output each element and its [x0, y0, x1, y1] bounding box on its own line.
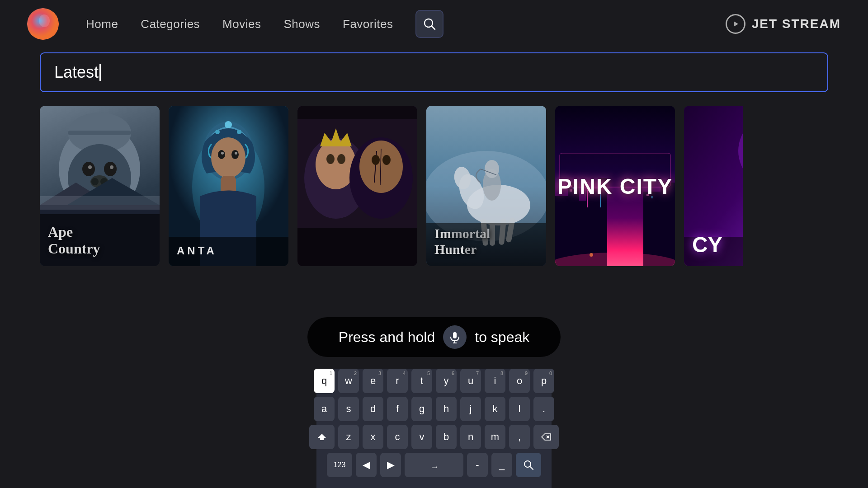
- key-shift[interactable]: [309, 425, 335, 449]
- key-m[interactable]: m: [485, 425, 505, 449]
- nav-links: Home Categories Movies Shows Favorites: [86, 10, 726, 38]
- key-p[interactable]: p0: [533, 369, 554, 393]
- key-c[interactable]: c: [387, 425, 408, 449]
- card-immortal[interactable]: ImmortalHunter: [426, 106, 546, 266]
- key-d[interactable]: d: [363, 397, 383, 421]
- svg-point-77: [635, 258, 638, 261]
- key-n[interactable]: n: [460, 425, 481, 449]
- svg-rect-19: [40, 196, 160, 210]
- svg-point-29: [231, 150, 239, 159]
- card-anta[interactable]: ANTA: [169, 106, 288, 266]
- nav-favorites[interactable]: Favorites: [343, 17, 393, 31]
- on-screen-keyboard: q1 w2 e3 r4 t5 y6 u7 i8 o9 p0 a s d f g …: [316, 369, 552, 488]
- svg-marker-4: [734, 21, 738, 27]
- svg-line-3: [432, 26, 435, 29]
- key-period[interactable]: .: [533, 397, 554, 421]
- svg-rect-46: [297, 228, 417, 266]
- svg-rect-45: [297, 106, 417, 119]
- svg-point-44: [382, 155, 391, 165]
- key-r[interactable]: r4: [387, 369, 408, 393]
- key-x[interactable]: x: [363, 425, 383, 449]
- svg-point-40: [359, 141, 403, 193]
- key-y[interactable]: y6: [436, 369, 457, 393]
- svg-point-27: [211, 137, 245, 178]
- text-cursor: [99, 64, 101, 81]
- nav-movies[interactable]: Movies: [222, 17, 261, 31]
- key-space[interactable]: ⎵: [405, 453, 463, 477]
- key-q[interactable]: q1: [314, 369, 335, 393]
- navigation: Home Categories Movies Shows Favorites J…: [0, 0, 868, 48]
- cards-row: ApeCountry: [0, 106, 868, 266]
- keyboard-row-2: a s d f g h j k l .: [322, 397, 546, 421]
- key-arrow-right[interactable]: ▶: [380, 453, 401, 477]
- app-logo[interactable]: [27, 8, 59, 40]
- svg-point-12: [110, 165, 113, 169]
- svg-point-30: [221, 152, 224, 155]
- svg-point-43: [372, 155, 380, 165]
- key-w[interactable]: w2: [338, 369, 359, 393]
- key-t[interactable]: t5: [411, 369, 432, 393]
- mic-icon[interactable]: [443, 325, 467, 349]
- keyboard-row-4: 123 ◀ ▶ ⎵ - _: [322, 453, 546, 477]
- svg-rect-61: [555, 196, 569, 266]
- svg-point-11: [88, 165, 92, 169]
- search-button[interactable]: [415, 10, 443, 38]
- key-e[interactable]: e3: [363, 369, 383, 393]
- card-title-cyber: CY: [692, 232, 722, 257]
- key-o[interactable]: o9: [509, 369, 530, 393]
- key-u[interactable]: u7: [460, 369, 481, 393]
- svg-point-26: [237, 130, 241, 134]
- key-backspace[interactable]: [533, 425, 559, 449]
- key-z[interactable]: z: [338, 425, 359, 449]
- voice-hint-prefix: Press and hold: [339, 329, 435, 346]
- svg-rect-84: [453, 332, 457, 338]
- key-comma[interactable]: ,: [509, 425, 530, 449]
- key-l[interactable]: l: [509, 397, 530, 421]
- key-search[interactable]: [516, 453, 541, 477]
- key-dash[interactable]: -: [467, 453, 488, 477]
- key-b[interactable]: b: [436, 425, 457, 449]
- nav-categories[interactable]: Categories: [141, 17, 200, 31]
- svg-point-38: [337, 154, 345, 164]
- card-drama[interactable]: [297, 106, 417, 266]
- svg-point-25: [215, 130, 220, 134]
- key-h[interactable]: h: [436, 397, 457, 421]
- svg-point-24: [225, 121, 232, 128]
- search-value: Latest: [54, 63, 99, 82]
- key-s[interactable]: s: [338, 397, 359, 421]
- card-title-ape: ApeCountry: [48, 224, 100, 257]
- card-ape-country[interactable]: ApeCountry: [40, 106, 160, 266]
- svg-line-92: [530, 466, 533, 469]
- key-g[interactable]: g: [411, 397, 432, 421]
- brand-name: JET STREAM: [752, 17, 841, 31]
- svg-point-9: [82, 162, 95, 176]
- search-box[interactable]: Latest: [40, 52, 828, 92]
- card-cyber-partial[interactable]: CY: [684, 106, 743, 266]
- card-pink-city[interactable]: PINK CITY: [555, 106, 675, 266]
- nav-home[interactable]: Home: [86, 17, 118, 31]
- svg-rect-7: [68, 131, 131, 135]
- card-title-anta: ANTA: [177, 244, 217, 257]
- svg-point-28: [218, 150, 225, 159]
- svg-marker-87: [318, 434, 326, 440]
- svg-point-57: [485, 160, 499, 178]
- brand: JET STREAM: [726, 14, 841, 34]
- key-underscore[interactable]: _: [491, 453, 512, 477]
- svg-marker-88: [542, 434, 551, 440]
- voice-hint: Press and hold to speak: [307, 317, 561, 357]
- svg-point-14: [91, 178, 99, 185]
- key-i[interactable]: i8: [485, 369, 505, 393]
- keyboard-row-1: q1 w2 e3 r4 t5 y6 u7 i8 o9 p0: [322, 369, 546, 393]
- key-v[interactable]: v: [411, 425, 432, 449]
- key-a[interactable]: a: [314, 397, 335, 421]
- svg-point-10: [104, 162, 117, 176]
- svg-point-76: [590, 253, 593, 257]
- card-title-pink-city: PINK CITY: [557, 174, 673, 198]
- nav-shows[interactable]: Shows: [283, 17, 320, 31]
- key-f[interactable]: f: [387, 397, 408, 421]
- key-k[interactable]: k: [485, 397, 505, 421]
- key-arrow-left[interactable]: ◀: [356, 453, 377, 477]
- key-123[interactable]: 123: [327, 453, 352, 477]
- key-j[interactable]: j: [460, 397, 481, 421]
- keyboard-row-3: z x c v b n m ,: [322, 425, 546, 449]
